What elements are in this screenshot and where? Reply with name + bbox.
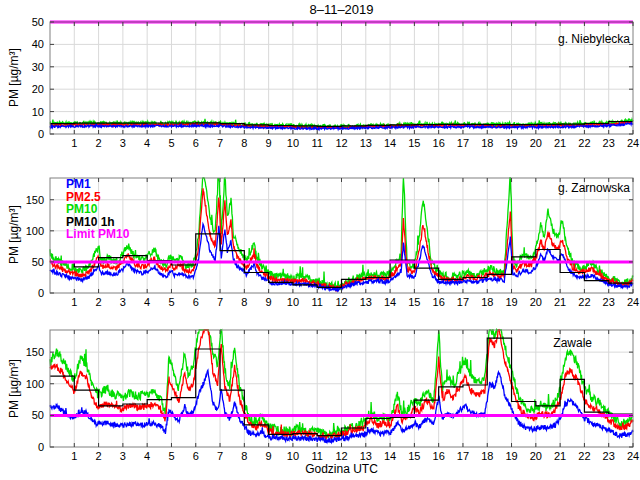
svg-text:150: 150 bbox=[26, 346, 44, 358]
svg-text:50: 50 bbox=[32, 409, 44, 421]
station-label-zarnowska: g. Zarnowska bbox=[558, 181, 630, 195]
svg-text:8: 8 bbox=[241, 296, 247, 308]
svg-text:12: 12 bbox=[335, 137, 347, 149]
svg-text:16: 16 bbox=[433, 450, 445, 462]
svg-text:17: 17 bbox=[457, 296, 469, 308]
svg-text:22: 22 bbox=[578, 296, 590, 308]
svg-text:6: 6 bbox=[193, 450, 199, 462]
svg-text:10: 10 bbox=[287, 296, 299, 308]
svg-text:9: 9 bbox=[266, 137, 272, 149]
svg-text:23: 23 bbox=[603, 296, 615, 308]
svg-text:9: 9 bbox=[266, 450, 272, 462]
svg-text:50: 50 bbox=[32, 256, 44, 268]
y-axis-label-panel1: PM [µg/m³] bbox=[7, 18, 22, 138]
legend-item-pm10: PM10 bbox=[66, 203, 129, 216]
svg-text:17: 17 bbox=[457, 450, 469, 462]
svg-text:13: 13 bbox=[360, 450, 372, 462]
y-axis-label-panel2: PM [µg/m³] bbox=[7, 175, 22, 295]
svg-text:10: 10 bbox=[32, 106, 44, 118]
svg-text:10: 10 bbox=[287, 137, 299, 149]
svg-text:22: 22 bbox=[578, 137, 590, 149]
svg-text:15: 15 bbox=[408, 296, 420, 308]
svg-text:4: 4 bbox=[144, 296, 150, 308]
svg-text:11: 11 bbox=[311, 137, 322, 149]
x-axis-label: Godzina UTC bbox=[50, 462, 633, 476]
svg-text:12: 12 bbox=[335, 296, 347, 308]
svg-text:11: 11 bbox=[311, 296, 322, 308]
svg-text:11: 11 bbox=[311, 450, 322, 462]
svg-text:6: 6 bbox=[193, 296, 199, 308]
svg-text:6: 6 bbox=[193, 137, 199, 149]
svg-text:14: 14 bbox=[384, 450, 396, 462]
svg-text:150: 150 bbox=[26, 194, 44, 206]
svg-text:20: 20 bbox=[32, 83, 44, 95]
svg-text:40: 40 bbox=[32, 38, 44, 50]
svg-text:24: 24 bbox=[627, 450, 639, 462]
svg-text:5: 5 bbox=[168, 137, 174, 149]
svg-text:13: 13 bbox=[360, 296, 372, 308]
svg-text:20: 20 bbox=[530, 296, 542, 308]
svg-text:4: 4 bbox=[144, 450, 150, 462]
panel-niebylecka: 1234567891011121314151617181920212223240… bbox=[32, 16, 639, 149]
svg-text:5: 5 bbox=[168, 296, 174, 308]
svg-text:14: 14 bbox=[384, 296, 396, 308]
svg-text:1: 1 bbox=[71, 296, 77, 308]
legend: PM1 PM2.5 PM10 PM10 1h Limit PM10 bbox=[66, 178, 129, 241]
svg-text:100: 100 bbox=[26, 225, 44, 237]
svg-text:2: 2 bbox=[96, 450, 102, 462]
svg-text:3: 3 bbox=[120, 450, 126, 462]
station-label-zawale: Zawale bbox=[553, 336, 592, 350]
svg-text:2: 2 bbox=[96, 137, 102, 149]
svg-text:0: 0 bbox=[38, 128, 44, 140]
svg-text:16: 16 bbox=[433, 296, 445, 308]
svg-text:9: 9 bbox=[266, 296, 272, 308]
svg-text:21: 21 bbox=[554, 137, 566, 149]
legend-item-limit-pm10: Limit PM10 bbox=[66, 228, 129, 241]
svg-text:17: 17 bbox=[457, 137, 469, 149]
svg-text:50: 50 bbox=[32, 16, 44, 28]
svg-text:10: 10 bbox=[287, 450, 299, 462]
svg-text:19: 19 bbox=[505, 296, 517, 308]
panel-zawale: 1234567891011121314151617181920212223240… bbox=[26, 330, 639, 462]
legend-item-pm1: PM1 bbox=[66, 178, 129, 191]
svg-text:1: 1 bbox=[71, 137, 77, 149]
svg-text:12: 12 bbox=[335, 450, 347, 462]
svg-text:0: 0 bbox=[38, 441, 44, 453]
svg-text:16: 16 bbox=[433, 137, 445, 149]
chart-title: 8–11–2019 bbox=[50, 2, 633, 17]
svg-text:18: 18 bbox=[481, 450, 493, 462]
svg-text:3: 3 bbox=[120, 296, 126, 308]
svg-text:100: 100 bbox=[26, 378, 44, 390]
svg-text:8: 8 bbox=[241, 450, 247, 462]
svg-text:1: 1 bbox=[71, 450, 77, 462]
svg-text:13: 13 bbox=[360, 137, 372, 149]
svg-text:24: 24 bbox=[627, 137, 639, 149]
svg-text:23: 23 bbox=[603, 137, 615, 149]
svg-text:7: 7 bbox=[217, 296, 223, 308]
svg-text:3: 3 bbox=[120, 137, 126, 149]
y-axis-label-panel3: PM [µg/m³] bbox=[7, 329, 22, 449]
svg-text:18: 18 bbox=[481, 137, 493, 149]
svg-text:23: 23 bbox=[603, 450, 615, 462]
station-label-niebylecka: g. Niebylecka bbox=[558, 32, 630, 46]
svg-text:8: 8 bbox=[241, 137, 247, 149]
svg-text:15: 15 bbox=[408, 450, 420, 462]
svg-text:21: 21 bbox=[554, 296, 566, 308]
svg-text:21: 21 bbox=[554, 450, 566, 462]
svg-text:4: 4 bbox=[144, 137, 150, 149]
svg-text:2: 2 bbox=[96, 296, 102, 308]
svg-text:7: 7 bbox=[217, 137, 223, 149]
svg-text:0: 0 bbox=[38, 287, 44, 299]
svg-text:15: 15 bbox=[408, 137, 420, 149]
svg-text:7: 7 bbox=[217, 450, 223, 462]
svg-text:19: 19 bbox=[505, 137, 517, 149]
svg-text:30: 30 bbox=[32, 61, 44, 73]
svg-text:14: 14 bbox=[384, 137, 396, 149]
svg-text:22: 22 bbox=[578, 450, 590, 462]
svg-text:5: 5 bbox=[168, 450, 174, 462]
figure: 1234567891011121314151617181920212223240… bbox=[0, 0, 640, 480]
svg-text:20: 20 bbox=[530, 137, 542, 149]
svg-text:20: 20 bbox=[530, 450, 542, 462]
svg-text:18: 18 bbox=[481, 296, 493, 308]
svg-text:19: 19 bbox=[505, 450, 517, 462]
